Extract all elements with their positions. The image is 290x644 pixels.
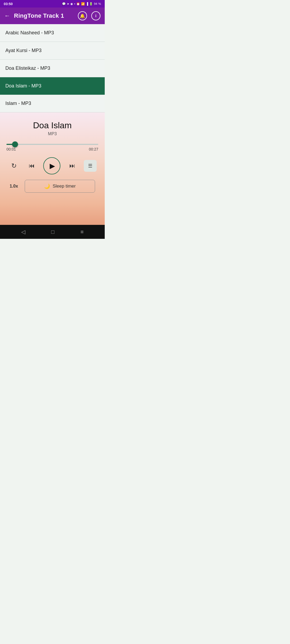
play-button[interactable]: ▶ [43,157,60,174]
battery-icon: 🔋 [89,2,93,6]
total-time: 00:27 [89,147,98,151]
status-bar: 03:50 💬 ➤ ◉ • ⏰ 📶 ▐ 🔋 94% [0,0,105,8]
player-section: Doa Islam MP3 00:01 00:27 ↻ ⏮ ▶ ⏭ ☰ 1.0x [0,112,105,203]
track-label-2: Doa Elisteikaz - MP3 [5,65,50,71]
sleep-timer-label: Sleep timer [53,184,76,189]
header-icons: 🔔 i [78,11,100,20]
bell-plus-icon: 🔔 [80,13,85,19]
track-item-4[interactable]: Islam - MP3 [0,95,105,112]
playback-controls: ↻ ⏮ ▶ ⏭ ☰ [5,153,99,177]
track-item-1[interactable]: Ayat Kursi - MP3 [0,42,105,60]
repeat-button[interactable]: ↻ [8,160,20,172]
info-button[interactable]: i [91,11,100,20]
moon-icon: 🌙 [44,183,50,189]
nav-back-button[interactable]: ◁ [21,229,25,235]
track-item-3[interactable]: Doa Islam - MP3 [0,77,105,95]
progress-thumb[interactable] [12,141,18,147]
player-title: Doa Islam [5,120,99,130]
whatsapp-icon: 💬 [62,2,66,6]
player-bottom-gradient [0,203,105,225]
nav-menu-button[interactable]: ≡ [81,229,84,235]
skip-prev-icon: ⏮ [29,162,35,169]
play-icon: ▶ [50,162,55,170]
track-item-0[interactable]: Arabic Nasheed - MP3 [0,24,105,42]
battery-level: 94 [94,2,97,5]
current-time: 00:01 [6,147,16,151]
sleep-timer-button[interactable]: 🌙 Sleep timer [25,180,95,193]
wechat-icon: ◉ [70,2,73,6]
nav-home-button[interactable]: □ [51,229,55,235]
playlist-button[interactable]: ☰ [84,160,97,172]
add-alarm-button[interactable]: 🔔 [78,11,87,20]
progress-bar-bg [6,144,98,145]
skip-next-button[interactable]: ⏭ [66,160,78,172]
track-item-2[interactable]: Doa Elisteikaz - MP3 [0,60,105,77]
player-subtitle: MP3 [5,131,99,136]
info-icon: i [95,14,96,18]
track-list: Arabic Nasheed - MP3 Ayat Kursi - MP3 Do… [0,24,105,112]
bottom-controls: 1.0x 🌙 Sleep timer [5,177,99,198]
track-label-0: Arabic Nasheed - MP3 [5,30,54,35]
track-label-3: Doa Islam - MP3 [5,83,41,89]
speed-button[interactable]: 1.0x [10,184,20,189]
page-title: RingTone Track 1 [14,12,78,19]
header: ← RingTone Track 1 🔔 i [0,8,105,24]
alarm-icon: ⏰ [76,2,80,6]
skip-next-icon: ⏭ [69,162,75,169]
track-label-4: Islam - MP3 [5,101,31,106]
skip-previous-button[interactable]: ⏮ [26,160,38,172]
signal-icon: ▐ [86,2,88,5]
wifi-icon: 📶 [81,2,85,6]
progress-container[interactable]: 00:01 00:27 [6,144,98,151]
repeat-icon: ↻ [11,162,17,170]
location-icon: ➤ [67,2,69,6]
progress-times: 00:01 00:27 [6,147,98,151]
back-button[interactable]: ← [4,12,10,19]
dot-icon: • [74,2,75,5]
track-label-1: Ayat Kursi - MP3 [5,48,42,53]
navigation-bar: ◁ □ ≡ [0,225,105,239]
status-right: 💬 ➤ ◉ • ⏰ 📶 ▐ 🔋 94% [62,2,101,6]
status-time: 03:50 [4,2,13,6]
list-icon: ☰ [88,163,92,169]
